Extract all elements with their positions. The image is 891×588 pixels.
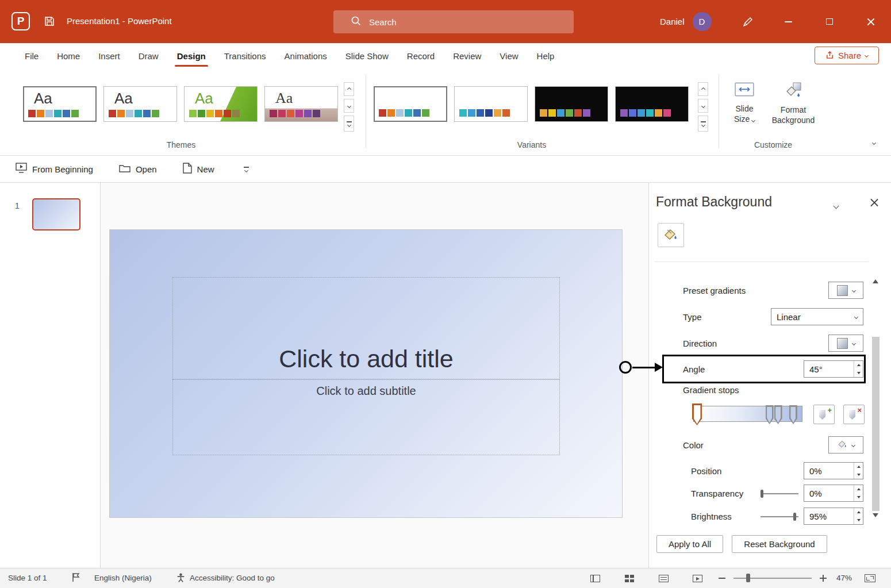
gradient-stops-bar[interactable]	[693, 406, 802, 422]
presenter-pen-icon[interactable]	[739, 14, 756, 30]
slide-thumbnail-selected[interactable]	[32, 198, 80, 230]
menu-tab-slideshow[interactable]: Slide Show	[336, 43, 398, 69]
format-background-button[interactable]: FormatBackground	[767, 82, 819, 146]
slide-size-button[interactable]: SlideSize	[725, 82, 763, 146]
maximize-button[interactable]	[816, 0, 843, 43]
spin-down-button[interactable]	[854, 516, 863, 524]
menu-tab-draw[interactable]: Draw	[129, 43, 168, 69]
slider-thumb[interactable]	[793, 513, 796, 521]
variants-scroll-down-button[interactable]	[698, 99, 708, 113]
apply-to-all-button[interactable]: Apply to All	[656, 535, 723, 553]
menu-tab-home[interactable]: Home	[48, 43, 89, 69]
collapse-ribbon-button[interactable]	[867, 137, 881, 148]
gradient-stop-selected[interactable]	[692, 403, 702, 425]
language-status[interactable]: English (Nigeria)	[94, 574, 152, 582]
panel-scroll-up-button[interactable]	[873, 270, 878, 280]
spin-up-button[interactable]	[854, 463, 863, 471]
menu-tab-view[interactable]: View	[490, 43, 527, 69]
spin-down-button[interactable]	[854, 369, 863, 377]
theme-thumbnail-4[interactable]: Aa	[264, 86, 338, 122]
menu-tab-transitions[interactable]: Transitions	[215, 43, 275, 69]
format-bg-label-2: Background	[772, 116, 815, 125]
gradient-stop[interactable]	[774, 405, 782, 424]
spin-up-button[interactable]	[854, 508, 863, 516]
variant-thumbnail-4[interactable]	[615, 86, 689, 122]
variants-scroll-up-button[interactable]	[698, 82, 708, 96]
themes-scroll-down-button[interactable]	[344, 99, 354, 113]
theme-thumbnail-1[interactable]: Aa	[23, 86, 97, 122]
spin-up-button[interactable]	[854, 361, 863, 369]
slide-editing-surface[interactable]: Click to add title Click to add subtitle	[109, 229, 623, 518]
search-icon	[351, 16, 361, 28]
zoom-in-button[interactable]	[820, 575, 827, 582]
new-button[interactable]: New	[183, 163, 214, 175]
menu-tab-review[interactable]: Review	[444, 43, 490, 69]
angle-spinner[interactable]: 45°	[804, 360, 863, 378]
themes-more-button[interactable]	[344, 116, 354, 132]
transparency-slider[interactable]	[761, 493, 798, 494]
spin-up-button[interactable]	[854, 485, 863, 493]
spin-down-button[interactable]	[854, 471, 863, 479]
zoom-slider[interactable]	[733, 578, 812, 579]
normal-view-button[interactable]	[587, 573, 602, 584]
accessibility-status[interactable]: Accessibility: Good to go	[190, 574, 275, 582]
proofing-icon[interactable]	[71, 572, 80, 585]
menu-tab-file[interactable]: File	[16, 43, 48, 69]
transparency-spinner[interactable]: 0%	[804, 485, 863, 502]
zoom-slider-thumb[interactable]	[746, 574, 750, 582]
brightness-slider[interactable]	[761, 516, 798, 517]
panel-collapse-button[interactable]	[834, 200, 838, 210]
menu-tab-animations[interactable]: Animations	[275, 43, 336, 69]
panel-close-button[interactable]	[870, 198, 879, 207]
slider-thumb[interactable]	[761, 490, 763, 498]
spin-down-button[interactable]	[854, 493, 863, 501]
color-dropdown[interactable]	[828, 436, 863, 454]
minimize-button[interactable]	[774, 0, 802, 43]
customize-quick-toolbar-button[interactable]	[244, 167, 249, 172]
divider	[655, 262, 869, 262]
new-document-icon	[183, 163, 192, 175]
zoom-level[interactable]: 47%	[836, 574, 852, 582]
brightness-spinner[interactable]: 95%	[804, 508, 863, 525]
gradient-stop[interactable]	[766, 405, 774, 424]
menu-tab-record[interactable]: Record	[398, 43, 444, 69]
menu-tab-design[interactable]: Design	[168, 43, 215, 69]
accessibility-icon[interactable]	[176, 572, 186, 585]
variant-thumbnail-2[interactable]	[454, 86, 528, 122]
powerpoint-logo-icon[interactable]: P	[11, 12, 30, 30]
type-select[interactable]: Linear	[771, 308, 863, 325]
slide-sorter-view-button[interactable]	[622, 573, 637, 584]
menu-tab-insert[interactable]: Insert	[89, 43, 129, 69]
reading-view-button[interactable]	[656, 573, 671, 584]
fill-tab-button[interactable]	[658, 223, 684, 247]
position-spinner[interactable]: 0%	[804, 462, 863, 479]
panel-scrollbar[interactable]	[872, 337, 880, 511]
reset-background-button[interactable]: Reset Background	[732, 535, 827, 553]
avatar[interactable]: D	[693, 12, 712, 31]
open-button[interactable]: Open	[119, 164, 157, 175]
variants-more-button[interactable]	[698, 116, 708, 132]
account-area[interactable]: Daniel D	[660, 0, 712, 43]
search-bar[interactable]: Search	[333, 10, 574, 33]
gradient-stop[interactable]	[789, 405, 797, 424]
slideshow-view-button[interactable]	[690, 573, 705, 584]
variant-thumbnail-3[interactable]	[535, 86, 608, 122]
preset-gradients-dropdown[interactable]	[828, 282, 863, 299]
menu-tab-help[interactable]: Help	[528, 43, 564, 69]
direction-dropdown[interactable]	[828, 335, 863, 352]
panel-scroll-down-button[interactable]	[873, 517, 878, 528]
theme-thumbnail-3[interactable]: Aa	[184, 86, 258, 122]
fit-slide-to-window-button[interactable]	[865, 574, 875, 582]
share-button[interactable]: Share	[815, 47, 879, 64]
remove-gradient-stop-button[interactable]: ×	[843, 405, 865, 424]
close-button[interactable]	[857, 0, 885, 43]
theme-thumbnail-2[interactable]: Aa	[103, 86, 177, 122]
themes-scroll-up-button[interactable]	[344, 82, 354, 96]
zoom-out-button[interactable]	[719, 578, 725, 579]
add-gradient-stop-button[interactable]: +	[813, 405, 835, 424]
subtitle-placeholder[interactable]: Click to add subtitle	[172, 379, 560, 455]
title-placeholder[interactable]: Click to add title	[172, 277, 560, 379]
save-icon[interactable]	[44, 16, 55, 29]
variant-thumbnail-1[interactable]	[374, 86, 447, 122]
from-beginning-button[interactable]: From Beginning	[16, 163, 93, 175]
